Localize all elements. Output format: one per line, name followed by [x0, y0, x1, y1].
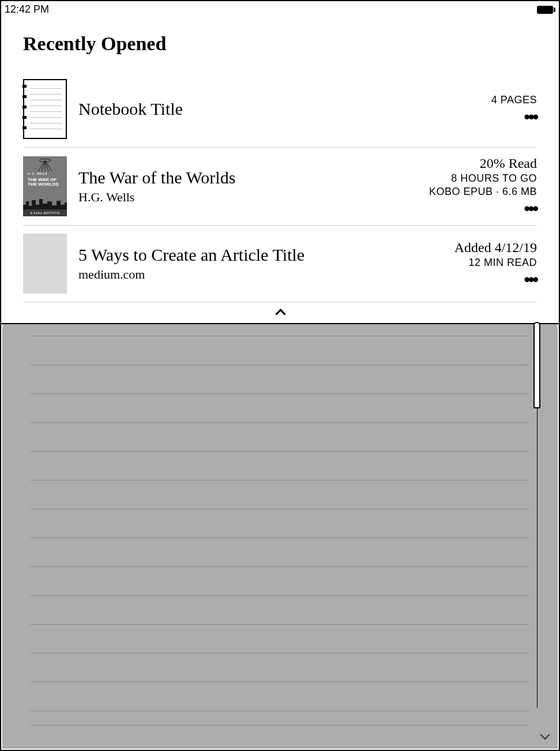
item-added-date: Added 4/12/19 [454, 240, 537, 256]
item-title: Notebook Title [78, 99, 326, 119]
collapse-panel-button[interactable] [23, 302, 537, 323]
chevron-up-icon [275, 307, 285, 317]
more-options-icon[interactable]: ••• [524, 204, 537, 214]
status-time: 12:42 PM [5, 3, 49, 16]
more-options-icon[interactable]: ••• [524, 112, 537, 122]
item-author: H.G. Wells [78, 190, 418, 205]
item-title: 5 Ways to Create an Article Title [78, 245, 326, 265]
cover-edition: a kobo EDITION [23, 209, 67, 216]
battery-icon [537, 6, 553, 14]
notebook-thumbnail-icon [23, 79, 67, 139]
stylus-icon [532, 322, 542, 408]
list-item-book[interactable]: H · G · WELLS THE WAR OF THE WORLDS a ko… [23, 148, 537, 226]
cover-title: THE WAR OF THE WORLDS [28, 177, 59, 187]
item-title: The War of the Worlds [78, 168, 326, 188]
item-meta-pages: 4 PAGES [491, 94, 537, 106]
item-source: medium.com [78, 267, 443, 282]
item-read-time: 12 MIN READ [454, 257, 537, 269]
more-options-icon[interactable]: ••• [524, 275, 537, 285]
row-meta: Added 4/12/19 12 MIN READ ••• [454, 240, 537, 288]
item-time-remaining: 8 HOURS TO GO [429, 172, 537, 185]
list-item-notebook[interactable]: Notebook Title 4 PAGES ••• [23, 71, 537, 148]
recently-opened-panel: Recently Opened Notebook Title 4 PAGES •… [1, 17, 559, 323]
row-meta: 4 PAGES ••• [491, 93, 537, 125]
notebook-canvas[interactable] [2, 324, 558, 749]
list-item-article[interactable]: 5 Ways to Create an Article Title medium… [23, 226, 537, 302]
book-cover-thumbnail: H · G · WELLS THE WAR OF THE WORLDS a ko… [23, 156, 67, 216]
status-bar: 12:42 PM [1, 1, 559, 17]
row-main: The War of the Worlds H.G. Wells [78, 168, 418, 205]
cover-author: H · G · WELLS [28, 172, 62, 176]
item-format-size: KOBO EPUB · 6.6 MB [429, 186, 537, 198]
article-thumbnail-placeholder [23, 234, 67, 294]
row-main: 5 Ways to Create an Article Title medium… [78, 245, 443, 283]
row-meta: 20% Read 8 HOURS TO GO KOBO EPUB · 6.6 M… [429, 156, 537, 217]
scroll-down-button[interactable] [539, 730, 551, 742]
section-title: Recently Opened [23, 33, 537, 55]
item-progress: 20% Read [429, 156, 537, 171]
row-main: Notebook Title [78, 99, 480, 119]
